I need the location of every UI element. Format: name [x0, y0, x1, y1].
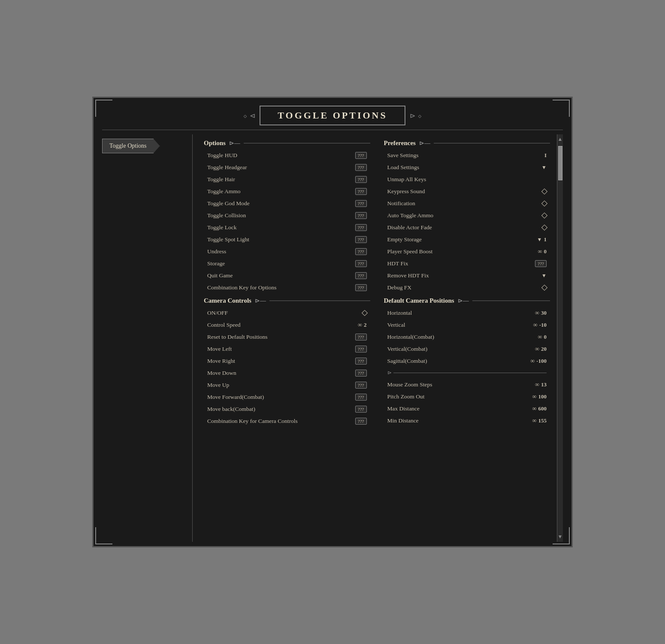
list-item[interactable]: Move Right ???	[204, 355, 370, 367]
scroll-up-arrow[interactable]: ▲	[556, 134, 565, 144]
list-item[interactable]: Max Distance ∞ 600	[384, 403, 550, 415]
row-label: Move Up	[207, 382, 229, 389]
list-item[interactable]: Quit Game ???	[204, 270, 370, 282]
zoom-items-list: Mouse Zoom Steps ∞ 13 Pitch Zoom Out ∞ 1…	[384, 379, 550, 427]
row-value: ???	[355, 176, 367, 183]
list-item[interactable]: Toggle Lock ???	[204, 222, 370, 234]
down-arrow-icon: ▼	[537, 237, 542, 243]
row-value: ∞ -100	[530, 358, 547, 365]
down-arrow-icon: ▼	[541, 164, 547, 171]
list-item[interactable]: Min Distance ∞ 155	[384, 415, 550, 427]
list-item[interactable]: Keypress Sound	[384, 185, 550, 197]
row-label: Quit Game	[207, 272, 233, 279]
row-value: ???	[355, 370, 367, 377]
list-item[interactable]: Unmap All Keys	[384, 173, 550, 185]
row-value: ???	[355, 152, 367, 159]
row-label: Undress	[207, 248, 226, 255]
list-item[interactable]: Control Speed ∞ 2	[204, 319, 370, 331]
row-label: Remove HDT Fix	[387, 272, 429, 279]
key-badge: ???	[355, 394, 367, 401]
sidebar: Toggle Options	[102, 134, 188, 542]
list-item[interactable]: Undress ???	[204, 246, 370, 258]
list-item[interactable]: Horizontal ∞ 30	[384, 307, 550, 319]
list-item[interactable]: Sagittal(Combat) ∞ -100	[384, 355, 550, 367]
list-item[interactable]: Toggle Headgear ???	[204, 161, 370, 173]
prefs-heading: Preferences	[384, 140, 416, 147]
row-value: ???	[355, 212, 367, 219]
list-item[interactable]: Horizontal(Combat) ∞ 0	[384, 331, 550, 343]
toggle-options-sidebar-btn[interactable]: Toggle Options	[102, 139, 160, 153]
list-item[interactable]: Move Left ???	[204, 343, 370, 355]
list-item[interactable]: Auto Toggle Ammo	[384, 210, 550, 222]
list-item[interactable]: Move Forward(Combat) ???	[204, 391, 370, 403]
list-item[interactable]: Debug FX	[384, 282, 550, 294]
key-badge: ???	[355, 382, 367, 389]
key-badge: ???	[355, 358, 367, 365]
list-item[interactable]: Toggle Collision ???	[204, 210, 370, 222]
list-item[interactable]: Combination Key for Camera Controls ???	[204, 415, 370, 427]
key-badge: ???	[355, 188, 367, 195]
infinity-icon: ∞	[532, 393, 537, 400]
infinity-icon: ∞	[533, 322, 538, 328]
infinity-icon: ∞	[358, 322, 362, 328]
cam-pos-header-line	[472, 301, 550, 301]
list-item[interactable]: Pitch Zoom Out ∞ 100	[384, 391, 550, 403]
list-item[interactable]: Save Settings I	[384, 149, 550, 161]
key-badge: ???	[355, 406, 367, 413]
list-item[interactable]: Player Speed Boost ∞ 0	[384, 246, 550, 258]
infinity-value: ∞ -100	[530, 358, 547, 365]
scroll-thumb[interactable]	[558, 146, 562, 180]
list-item[interactable]: Reset to Default Positions ???	[204, 331, 370, 343]
row-value: ???	[355, 284, 367, 291]
row-label: Horizontal	[387, 310, 412, 316]
list-item[interactable]: Notification	[384, 197, 550, 210]
title-decoration: ⬦ ⊲ TOGGLE OPTIONS ⊳ ⬦	[243, 106, 422, 125]
sub-divider-arrow: ⊳	[387, 370, 392, 376]
list-item[interactable]: Toggle Ammo ???	[204, 185, 370, 197]
list-item[interactable]: Storage ???	[204, 258, 370, 270]
list-item[interactable]: Move Down ???	[204, 367, 370, 379]
row-label: Mouse Zoom Steps	[387, 381, 432, 388]
row-label: Toggle Lock	[207, 224, 236, 231]
list-item[interactable]: Combination Key for Options ???	[204, 282, 370, 294]
list-item[interactable]: Toggle Spot Light ???	[204, 234, 370, 246]
key-badge: ???	[355, 248, 367, 255]
list-item[interactable]: Toggle HUD ???	[204, 149, 370, 161]
list-item[interactable]: Move back(Combat) ???	[204, 403, 370, 415]
row-label: Notification	[387, 200, 415, 207]
row-label: Move Right	[207, 358, 235, 365]
list-item[interactable]: ON/OFF	[204, 307, 370, 319]
infinity-icon: ∞	[530, 358, 535, 365]
diamond-icon	[541, 188, 547, 194]
list-item[interactable]: Empty Storage ▼ 1	[384, 234, 550, 246]
row-label: Storage	[207, 260, 225, 267]
camera-header-line	[269, 301, 370, 301]
list-item[interactable]: Toggle God Mode ???	[204, 197, 370, 210]
list-item[interactable]: Vertical(Combat) ∞ 20	[384, 343, 550, 355]
row-value: ???	[355, 334, 367, 340]
list-item[interactable]: Toggle Hair ???	[204, 173, 370, 185]
row-label: Vertical(Combat)	[387, 346, 428, 352]
row-value	[542, 225, 547, 230]
list-item[interactable]: Mouse Zoom Steps ∞ 13	[384, 379, 550, 391]
right-scrollbar[interactable]: ▲ ▼	[557, 134, 563, 542]
row-value: ???	[355, 248, 367, 255]
list-item[interactable]: Move Up ???	[204, 379, 370, 391]
row-label: Toggle God Mode	[207, 200, 250, 207]
title-left-ornament: ⬦ ⊲	[243, 111, 255, 120]
row-value: ???	[355, 382, 367, 389]
options-items-list: Toggle HUD ??? Toggle Headgear ??? Toggl…	[204, 149, 370, 294]
row-label: Toggle Spot Light	[207, 236, 249, 243]
camera-items-list: ON/OFF Control Speed ∞ 2 Reset to Defaul…	[204, 307, 370, 427]
list-item[interactable]: HDT Fix ???	[384, 258, 550, 270]
camera-heading: Camera Controls	[204, 297, 251, 304]
row-value: ???	[355, 164, 367, 171]
row-label: Unmap All Keys	[387, 176, 426, 183]
page-title: TOGGLE OPTIONS	[278, 110, 387, 121]
list-item[interactable]: Load Settings ▼	[384, 161, 550, 173]
list-item[interactable]: Disable Actor Fade	[384, 222, 550, 234]
row-value: ???	[355, 406, 367, 413]
list-item[interactable]: Vertical ∞ -10	[384, 319, 550, 331]
list-item[interactable]: Remove HDT Fix ▼	[384, 270, 550, 282]
key-badge: ???	[355, 212, 367, 219]
